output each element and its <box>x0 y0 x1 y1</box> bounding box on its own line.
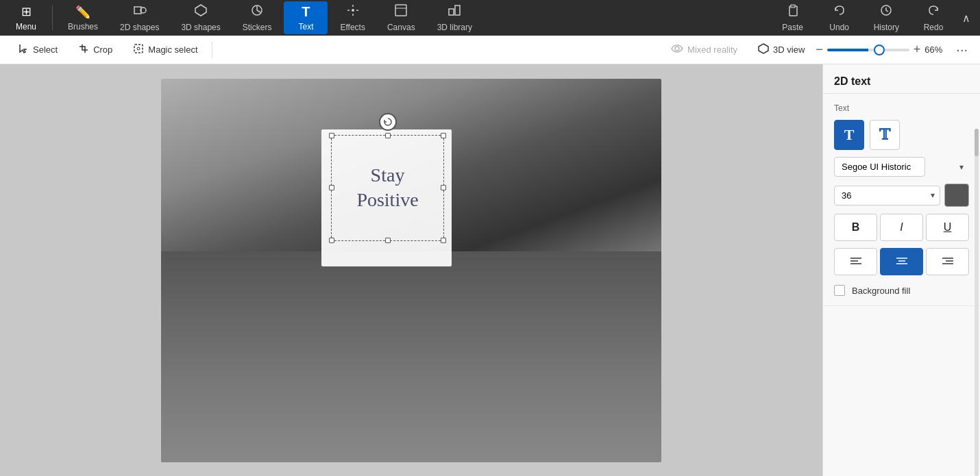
redo-tool[interactable]: Redo <box>911 1 955 35</box>
text-3d-button[interactable]: 𝕋 <box>870 120 900 150</box>
toolbar-right: Paste Undo History Redo ∧ <box>771 1 975 35</box>
toolbar-collapse-button[interactable]: ∧ <box>958 9 975 27</box>
menu-label: Menu <box>16 22 36 32</box>
canvas-lower-bg <box>161 251 661 462</box>
3dshapes-tool[interactable]: 3D shapes <box>171 1 230 35</box>
handle-tr[interactable] <box>441 133 446 138</box>
select-label: Select <box>33 45 58 55</box>
history-tool[interactable]: History <box>864 1 909 35</box>
align-center-button[interactable] <box>880 248 923 275</box>
bold-button[interactable]: B <box>834 214 877 241</box>
align-left-button[interactable] <box>834 248 877 275</box>
right-panel: 2D text Text T 𝕋 Segoe UI Historic Arial <box>822 64 980 476</box>
zoom-slider[interactable] <box>827 49 909 51</box>
more-options-button[interactable]: ··· <box>952 42 972 58</box>
select-icon <box>18 43 29 57</box>
effects-icon <box>346 3 360 21</box>
svg-rect-13 <box>449 9 454 15</box>
main-area: Stay Positive 2D text Text T 𝕋 <box>0 64 980 476</box>
mixed-reality-label: Mixed reality <box>687 45 737 55</box>
size-color-row: 36 12 18 24 48 72 <box>834 184 969 207</box>
canvas-tool[interactable]: Canvas <box>378 1 425 35</box>
magic-select-icon <box>133 43 144 57</box>
text-flat-icon: T <box>844 126 855 144</box>
effects-label: Effects <box>340 23 365 32</box>
text-box-wrapper[interactable]: Stay Positive <box>331 135 444 241</box>
handle-bl[interactable] <box>329 238 334 243</box>
mixed-reality-icon <box>671 44 683 55</box>
scrollbar-track <box>975 129 979 476</box>
text-label: Text <box>298 22 313 32</box>
view-3d-label: 3D view <box>773 45 805 55</box>
text-selection-box[interactable]: Stay Positive <box>331 135 444 241</box>
bg-fill-checkbox[interactable] <box>834 285 845 296</box>
zoom-controls: − + 66% <box>816 42 951 57</box>
handle-bottom-mid[interactable] <box>385 238 391 243</box>
second-toolbar-sep <box>212 42 212 58</box>
bg-fill-row: Background fill <box>834 285 969 296</box>
magic-select-tool[interactable]: Magic select <box>123 40 207 60</box>
text-section-label: Text <box>834 103 969 113</box>
handle-tl[interactable] <box>329 133 334 138</box>
text-tool[interactable]: T Text <box>284 1 328 34</box>
paste-tool[interactable]: Paste <box>771 1 815 35</box>
zoom-in-button[interactable]: + <box>914 42 921 57</box>
canvas-text-line2: Positive <box>356 188 418 212</box>
color-swatch[interactable] <box>944 184 969 207</box>
canvas-icon <box>394 3 408 21</box>
view-3d-icon <box>758 43 769 56</box>
canvas-area: Stay Positive <box>0 64 822 476</box>
italic-button[interactable]: I <box>880 214 923 241</box>
handle-left-mid[interactable] <box>329 185 334 190</box>
scrollbar-thumb[interactable] <box>975 129 979 156</box>
stickers-tool[interactable]: Stickers <box>233 1 282 35</box>
text-icon: T <box>302 4 310 20</box>
crop-icon <box>78 43 89 57</box>
undo-tool[interactable]: Undo <box>818 1 861 35</box>
text-type-section: Text T 𝕋 Segoe UI Historic Arial Times N… <box>823 94 980 306</box>
undo-icon <box>833 3 846 21</box>
canvas-text-content[interactable]: Stay Positive <box>332 136 443 240</box>
crop-tool[interactable]: Crop <box>69 40 122 60</box>
top-toolbar: ⊞ Menu ✏️ Brushes 2D shapes 3D shapes St… <box>0 0 980 36</box>
canvas-content: Stay Positive <box>161 79 661 462</box>
align-right-button[interactable] <box>926 248 969 275</box>
mixed-reality-button[interactable]: Mixed reality <box>661 41 747 58</box>
handle-top-mid[interactable] <box>385 133 391 138</box>
svg-point-20 <box>675 47 679 51</box>
underline-button[interactable]: U <box>926 214 969 241</box>
font-size-select[interactable]: 36 12 18 24 48 72 <box>834 186 940 205</box>
second-toolbar: Select Crop Magic select Mixed reality 3… <box>0 36 980 64</box>
2dshapes-icon <box>133 3 147 21</box>
3dlibrary-tool[interactable]: 3D library <box>428 1 482 35</box>
align-row <box>834 248 969 275</box>
select-tool[interactable]: Select <box>8 40 67 60</box>
rotate-handle[interactable] <box>379 113 397 131</box>
view-3d-button[interactable]: 3D view <box>748 40 814 59</box>
redo-label: Redo <box>924 23 944 32</box>
brushes-tool[interactable]: ✏️ Brushes <box>58 2 108 34</box>
svg-rect-16 <box>791 5 795 8</box>
svg-point-19 <box>137 47 140 50</box>
font-select[interactable]: Segoe UI Historic Arial Times New Roman <box>834 157 925 177</box>
text-flat-button[interactable]: T <box>834 120 864 150</box>
text-3d-icon: 𝕋 <box>879 126 890 144</box>
zoom-percentage: 66% <box>924 45 951 55</box>
zoom-out-button[interactable]: − <box>816 42 823 57</box>
3dshapes-icon <box>194 3 208 21</box>
canvas-text-line1: Stay <box>371 163 405 188</box>
2dshapes-label: 2D shapes <box>120 23 159 32</box>
history-icon <box>879 3 893 21</box>
panel-title: 2D text <box>823 64 980 94</box>
handle-br[interactable] <box>441 238 446 243</box>
2dshapes-tool[interactable]: 2D shapes <box>110 1 169 35</box>
toolbar-separator <box>52 5 53 30</box>
svg-point-6 <box>352 9 354 12</box>
handle-right-mid[interactable] <box>441 185 446 190</box>
menu-button[interactable]: ⊞ Menu <box>5 1 47 34</box>
3dshapes-label: 3D shapes <box>181 23 220 32</box>
paste-icon <box>786 3 800 21</box>
svg-marker-21 <box>759 44 768 53</box>
effects-tool[interactable]: Effects <box>330 1 374 35</box>
history-label: History <box>874 23 899 32</box>
